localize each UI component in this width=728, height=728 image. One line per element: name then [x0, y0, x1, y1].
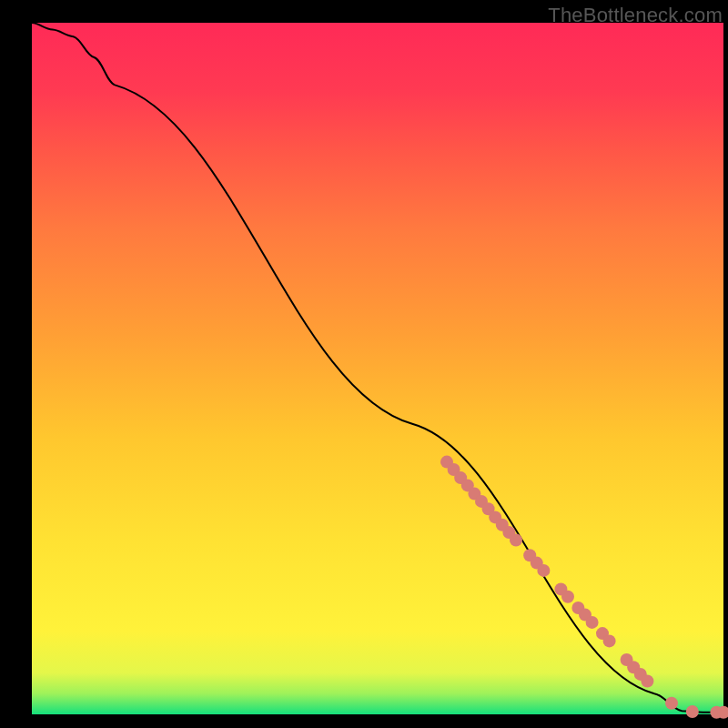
chart-svg [32, 23, 723, 714]
data-point [561, 591, 574, 603]
data-point [665, 697, 678, 710]
data-point [510, 534, 522, 547]
data-point [603, 634, 616, 647]
data-point [537, 564, 550, 577]
data-point [641, 675, 653, 688]
watermark: TheBottleneck.com [548, 4, 723, 27]
curve-path [32, 23, 723, 713]
marker-group [440, 456, 728, 719]
plot-area [32, 23, 723, 714]
data-point [686, 705, 699, 718]
data-point [586, 616, 599, 629]
chart-frame: TheBottleneck.com [0, 0, 728, 728]
